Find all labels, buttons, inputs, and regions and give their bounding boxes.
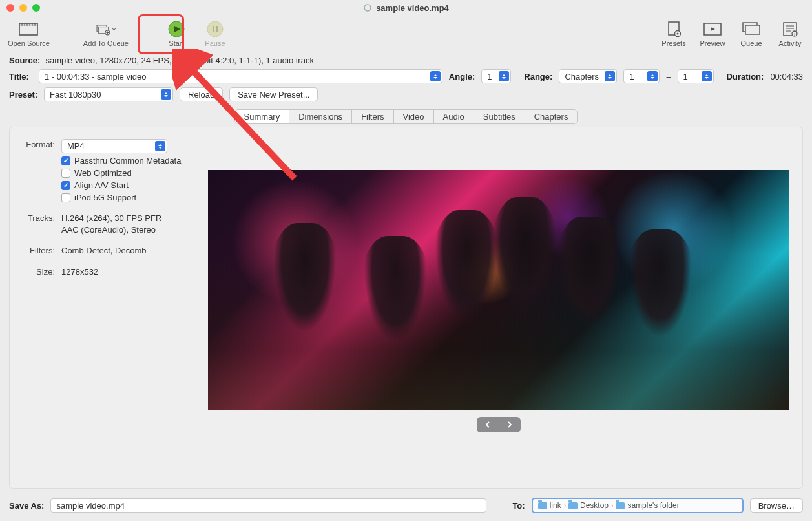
filters-value: Comb Detect, Decomb	[61, 245, 182, 257]
doc-gear-icon	[663, 20, 684, 38]
preview-label: Preview	[700, 39, 725, 47]
title-value: 1 - 00:04:33 - sample video	[45, 72, 426, 81]
window-minimize-button[interactable]	[19, 4, 27, 12]
pause-button: Pause	[196, 20, 234, 47]
updown-icon	[702, 71, 712, 81]
tab-chapters[interactable]: Chapters	[525, 110, 578, 123]
range-to-value: 1	[683, 72, 698, 81]
align-av-checkbox[interactable]	[61, 181, 70, 190]
chevron-right-icon: ›	[564, 502, 566, 509]
open-source-label: Open Source	[8, 39, 50, 47]
angle-label: Angle:	[449, 72, 475, 81]
images-plus-icon	[96, 20, 116, 38]
reload-button[interactable]: Reload	[180, 87, 223, 101]
add-to-queue-label: Add To Queue	[83, 39, 129, 47]
passthru-label: Passthru Common Metadata	[74, 156, 181, 165]
add-to-queue-button[interactable]: Add To Queue	[78, 20, 134, 47]
ipod-label: iPod 5G Support	[74, 193, 136, 202]
svg-marker-23	[711, 27, 715, 31]
folder-icon	[568, 502, 578, 509]
preview-icon	[702, 20, 723, 38]
duration-label: Duration:	[727, 72, 764, 81]
save-as-label: Save As:	[9, 501, 44, 511]
range-to-select[interactable]: 1	[678, 69, 714, 83]
open-source-button[interactable]: Open Source	[3, 20, 55, 47]
pause-label: Pause	[205, 39, 225, 47]
range-sep: –	[666, 72, 671, 81]
presets-label: Presets	[661, 39, 685, 47]
preset-value: Fast 1080p30	[50, 90, 157, 100]
activity-label: Activity	[779, 39, 802, 47]
duration-value: 00:04:33	[770, 72, 803, 81]
ipod-checkbox[interactable]	[61, 193, 70, 202]
preview-image	[208, 170, 789, 410]
updown-icon	[647, 71, 658, 81]
angle-select[interactable]: 1	[481, 69, 511, 83]
window-close-button[interactable]	[6, 4, 14, 12]
titlebar: sample video.mp4	[0, 0, 812, 16]
align-av-label: Align A/V Start	[74, 180, 129, 190]
folder-icon	[538, 502, 547, 509]
tab-filters[interactable]: Filters	[352, 110, 393, 123]
pause-icon	[205, 20, 225, 38]
preview-nav	[477, 417, 521, 432]
svg-rect-17	[213, 26, 214, 32]
updown-icon	[605, 71, 615, 81]
updown-icon	[499, 71, 509, 81]
chevron-down-icon[interactable]	[112, 26, 116, 32]
range-type-value: Chapters	[565, 72, 601, 81]
preset-label: Preset:	[9, 90, 37, 100]
destination-path[interactable]: link › Desktop › sample's folder	[532, 498, 744, 513]
presets-button[interactable]: Presets	[654, 20, 693, 47]
path-part: sample's folder	[627, 501, 679, 510]
window-title: sample video.mp4	[376, 3, 449, 13]
web-opt-checkbox[interactable]	[61, 169, 70, 178]
tab-summary[interactable]: Summary	[235, 110, 290, 123]
tab-audio[interactable]: Audio	[434, 110, 474, 123]
range-from-value: 1	[629, 72, 643, 81]
browse-button[interactable]: Browse…	[750, 498, 803, 513]
folder-icon	[616, 502, 625, 509]
updown-icon	[430, 71, 441, 81]
format-value: MP4	[67, 140, 151, 152]
tracks-label: Tracks:	[23, 213, 55, 224]
title-select[interactable]: 1 - 00:04:33 - sample video	[39, 69, 442, 83]
passthru-checkbox[interactable]	[61, 156, 70, 165]
activity-button[interactable]: i Activity	[771, 20, 809, 47]
svg-point-21	[677, 33, 679, 35]
source-value: sample video, 1280x720, 24 FPS, SDR (8-b…	[45, 56, 314, 65]
svg-rect-18	[216, 26, 218, 32]
tab-subtitles[interactable]: Subtitles	[474, 110, 525, 123]
tab-video[interactable]: Video	[394, 110, 434, 123]
browse-label: Browse…	[758, 501, 795, 511]
range-from-select[interactable]: 1	[623, 69, 660, 83]
preset-select[interactable]: Fast 1080p30	[44, 87, 173, 101]
save-new-preset-button[interactable]: Save New Preset...	[229, 87, 318, 101]
source-label: Source:	[9, 56, 40, 65]
save-as-input[interactable]: sample video.mp4	[50, 498, 486, 513]
format-select[interactable]: MP4	[61, 139, 167, 153]
size-label: Size:	[23, 266, 55, 278]
preview-next-button[interactable]	[499, 417, 521, 432]
svg-rect-25	[745, 25, 760, 34]
to-label: To:	[512, 501, 525, 511]
preview-prev-button[interactable]	[477, 417, 499, 432]
save-as-value: sample video.mp4	[56, 501, 125, 511]
tab-dimensions[interactable]: Dimensions	[289, 110, 352, 123]
angle-value: 1	[487, 72, 495, 81]
web-opt-label: Web Optimized	[74, 168, 132, 178]
doc-icon	[363, 3, 372, 12]
format-label: Format:	[23, 139, 55, 151]
window-zoom-button[interactable]	[32, 4, 40, 12]
size-value: 1278x532	[61, 266, 182, 278]
filters-label: Filters:	[23, 245, 55, 257]
summary-panel: Format: MP4 Passthru Common Metadata Web…	[9, 127, 803, 489]
reload-label: Reload	[188, 90, 214, 100]
queue-label: Queue	[740, 39, 762, 47]
preview-button[interactable]: Preview	[693, 20, 732, 47]
start-button[interactable]: Start	[157, 20, 196, 47]
toolbar: Open Source Add To Queue Start Pause Pre…	[0, 16, 812, 50]
queue-button[interactable]: Queue	[732, 20, 771, 47]
range-type-select[interactable]: Chapters	[559, 69, 617, 83]
chevron-right-icon: ›	[611, 502, 613, 509]
